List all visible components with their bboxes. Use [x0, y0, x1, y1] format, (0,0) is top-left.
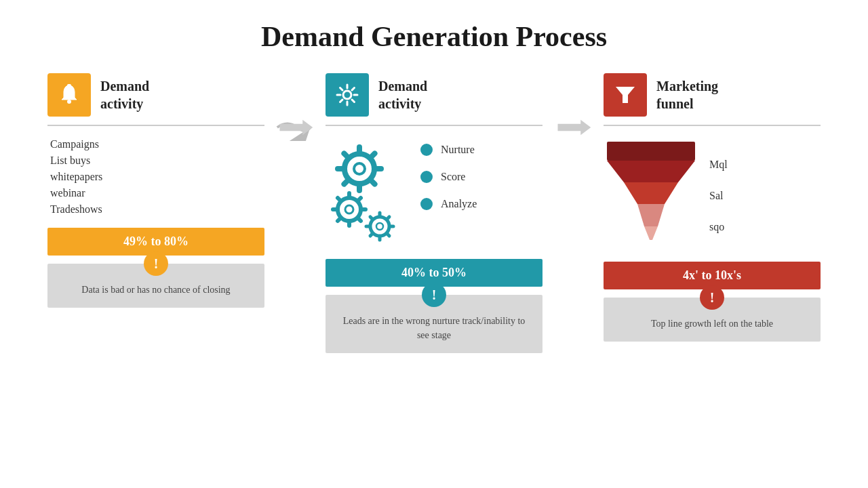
- svg-line-31: [359, 198, 361, 200]
- col2-header: Demandactivity: [326, 73, 542, 126]
- col2-header-title: Demandactivity: [378, 77, 427, 113]
- col3-funnel-container: Mql Sal sqo: [604, 138, 821, 249]
- svg-line-32: [338, 219, 340, 221]
- svg-marker-49: [644, 226, 658, 240]
- gear-icon: [334, 82, 360, 108]
- svg-line-41: [387, 217, 389, 219]
- funnel-icon: [613, 83, 637, 107]
- col3-warning-box: ! Top line growth left on the table: [604, 298, 821, 342]
- columns-container: Demandactivity Campaigns List buys white…: [27, 73, 841, 353]
- col1-warning-text: Data is bad or has no chance of closing: [58, 283, 254, 297]
- col1-icon-box: [47, 73, 91, 117]
- arrow-icon-2: [553, 114, 593, 141]
- funnel-svg-container: [604, 138, 698, 249]
- svg-point-0: [67, 100, 71, 104]
- col1-list: Campaigns List buys whitepapers webinar …: [47, 138, 264, 216]
- col2-warning-box: ! Leads are in the wrong nurture track/i…: [326, 295, 542, 353]
- column-3: Marketingfunnel: [604, 73, 821, 342]
- svg-line-21: [372, 153, 375, 157]
- svg-line-11: [352, 88, 355, 91]
- svg-marker-3: [280, 120, 313, 136]
- column-1: Demandactivity Campaigns List buys white…: [47, 73, 264, 308]
- svg-marker-44: [616, 87, 635, 103]
- col1-warning-box: ! Data is bad or has no chance of closin…: [47, 264, 264, 308]
- col2-gears-container: Nurture Score Analyze: [326, 138, 542, 247]
- nurture-list: Nurture Score Analyze: [420, 138, 477, 210]
- list-item: whitepapers: [50, 171, 264, 183]
- svg-line-42: [370, 234, 372, 236]
- svg-line-12: [340, 100, 343, 102]
- svg-line-19: [344, 153, 347, 157]
- arrow-icon-1: [275, 114, 315, 141]
- col2-warning-text: Leads are in the wrong nurture track/ina…: [336, 314, 532, 342]
- svg-marker-47: [624, 182, 678, 204]
- sqo-label: sqo: [709, 221, 728, 233]
- svg-rect-45: [607, 142, 695, 161]
- funnel-diagram: [604, 138, 698, 247]
- nurture-item-3: Analyze: [420, 198, 477, 210]
- col3-warning-circle: !: [700, 285, 724, 310]
- list-item: webinar: [50, 187, 264, 199]
- arrow-2: [542, 73, 604, 141]
- svg-point-34: [376, 223, 383, 230]
- col1-header: Demandactivity: [47, 73, 264, 126]
- bell-icon: [57, 83, 81, 107]
- col1-header-title: Demandactivity: [100, 77, 149, 113]
- svg-rect-1: [67, 84, 71, 87]
- col3-warning-text: Top line growth left on the table: [614, 317, 810, 331]
- svg-point-14: [354, 163, 365, 174]
- col3-icon-box: [604, 73, 647, 117]
- col1-warning-circle: !: [144, 251, 168, 276]
- svg-line-9: [340, 88, 343, 91]
- list-item: List buys: [50, 155, 264, 167]
- svg-line-10: [352, 100, 355, 102]
- analyze-label: Analyze: [441, 198, 477, 210]
- funnel-labels: Mql Sal sqo: [709, 138, 728, 233]
- svg-line-39: [370, 217, 372, 219]
- dot-icon: [420, 144, 433, 156]
- col3-header-title: Marketingfunnel: [656, 77, 718, 113]
- page-title: Demand Generation Process: [261, 20, 607, 53]
- col3-header: Marketingfunnel: [604, 73, 821, 126]
- mql-label: Mql: [709, 159, 728, 171]
- col2-warning-circle: !: [422, 283, 446, 307]
- dot-icon: [420, 198, 433, 210]
- svg-marker-43: [558, 120, 591, 136]
- sal-label: Sal: [709, 190, 728, 202]
- nurture-item-2: Score: [420, 171, 477, 183]
- svg-line-30: [359, 219, 361, 221]
- svg-marker-48: [637, 204, 665, 226]
- arrow-1: [264, 73, 326, 141]
- svg-point-24: [345, 205, 353, 214]
- svg-line-20: [372, 181, 375, 184]
- svg-point-4: [343, 91, 351, 99]
- svg-line-22: [344, 181, 347, 184]
- svg-line-29: [338, 198, 340, 200]
- svg-line-40: [387, 234, 389, 236]
- list-item: Tradeshows: [50, 203, 264, 216]
- page: Demand Generation Process Demandactivity…: [0, 0, 868, 488]
- nurture-label: Nurture: [441, 144, 475, 156]
- list-item: Campaigns: [50, 138, 264, 150]
- column-2: Demandactivity: [326, 73, 542, 353]
- score-label: Score: [441, 171, 465, 183]
- svg-marker-46: [607, 161, 695, 182]
- col2-icon-box: [326, 73, 369, 117]
- gears-svg: [326, 138, 407, 247]
- nurture-item-1: Nurture: [420, 144, 477, 156]
- dot-icon: [420, 171, 433, 183]
